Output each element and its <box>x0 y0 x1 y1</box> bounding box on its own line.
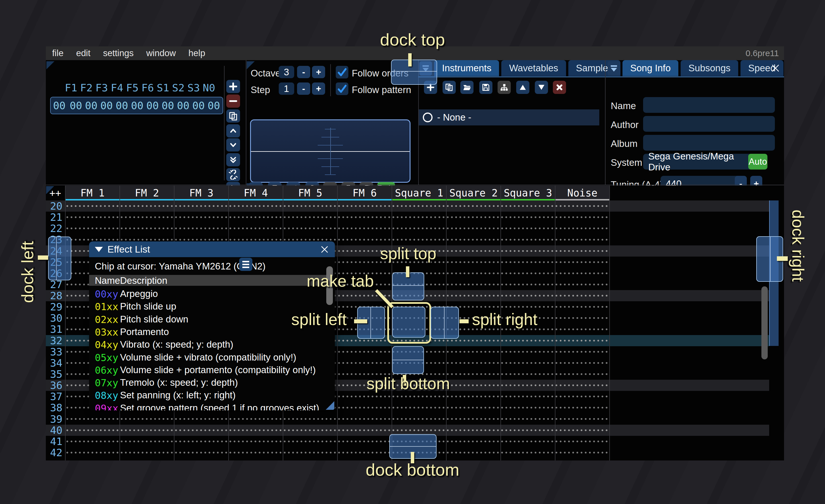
order-cell[interactable]: 00 <box>192 100 205 111</box>
effect-list-row[interactable]: 04xyVibrato (x: speed; y: depth) <box>89 338 335 350</box>
tab-subsongs[interactable]: Subsongs <box>681 60 738 76</box>
menu-edit[interactable]: edit <box>70 48 97 59</box>
hamburger-menu-button[interactable] <box>239 258 252 271</box>
close-icon <box>320 245 329 254</box>
row-number: 29 <box>46 301 63 313</box>
channel-header-square-2[interactable]: Square 2 <box>446 185 501 200</box>
album-field[interactable] <box>643 135 775 151</box>
order-deep-clone-icon[interactable] <box>226 168 240 181</box>
song-info-close-button[interactable] <box>769 60 782 76</box>
order-cell[interactable]: 00 <box>116 100 128 111</box>
order-add-button[interactable] <box>226 80 240 93</box>
order-cell[interactable]: 00 <box>131 100 143 111</box>
row-number: 28 <box>46 290 63 301</box>
order-cell[interactable]: 00 <box>100 100 112 111</box>
order-duplicate-button[interactable] <box>226 109 240 122</box>
menu-help[interactable]: help <box>182 48 212 59</box>
order-cell[interactable]: 00 <box>85 100 97 111</box>
order-move-down-button[interactable] <box>226 138 240 152</box>
row-number: 37 <box>46 391 63 402</box>
step-value[interactable]: 1 <box>279 82 294 95</box>
channel-header-square-3[interactable]: Square 3 <box>501 185 555 200</box>
song-info-panel: Song InfoSubsongsSpeed Name Author Album… <box>606 60 784 185</box>
pattern-row[interactable]: 22 <box>46 223 769 234</box>
menu-file[interactable]: file <box>46 48 70 59</box>
author-field[interactable] <box>643 116 775 132</box>
octave-value[interactable]: 3 <box>279 66 294 78</box>
dock-bottom-label: dock bottom <box>352 460 473 480</box>
system-field[interactable]: Sega Genesis/Mega Drive <box>643 154 755 170</box>
dock-left-target[interactable] <box>48 237 71 280</box>
split-right-tick <box>459 319 469 323</box>
add-channel-button[interactable]: ++ <box>46 185 65 200</box>
octave-plus-button[interactable]: + <box>312 66 325 78</box>
instrument-open-button[interactable] <box>460 81 473 94</box>
pattern-row[interactable]: 21 <box>46 212 769 223</box>
pattern-scrollbar-thumb[interactable] <box>761 286 768 359</box>
split-bottom-target[interactable] <box>392 346 424 374</box>
channel-header-fm-5[interactable]: FM 5 <box>283 185 338 200</box>
channel-divider <box>65 185 66 460</box>
effect-list-row[interactable]: 07xyTremolo (x: speed; y: depth) <box>89 376 335 389</box>
instrument-delete-button[interactable] <box>553 81 566 94</box>
tab-wavetables[interactable]: Wavetables <box>501 60 566 76</box>
channel-header-fm-3[interactable]: FM 3 <box>174 185 229 200</box>
effect-list-close-button[interactable] <box>318 241 331 257</box>
channel-header-noise[interactable]: Noise <box>555 185 610 200</box>
order-cell[interactable]: 00 <box>70 100 82 111</box>
follow-orders-checkbox[interactable] <box>336 66 348 78</box>
system-auto-button[interactable]: Auto <box>748 154 767 170</box>
effect-list-row[interactable]: 08xySet panning (x: left; y: right) <box>89 389 335 401</box>
pattern-row[interactable]: 20 <box>46 200 769 212</box>
effect-code: 00xy <box>95 288 118 300</box>
order-row-selected[interactable]: 0000000000000000000000 <box>50 97 223 114</box>
order-cell[interactable]: 00 <box>177 100 190 111</box>
row-number: 32 <box>46 335 63 346</box>
effect-list-row[interactable]: 06xyVolume slide + portamento (compatibi… <box>89 363 335 376</box>
effect-list-titlebar[interactable]: Effect List <box>89 241 335 257</box>
instrument-list-item[interactable]: - None - <box>419 109 599 125</box>
name-field[interactable] <box>643 97 775 113</box>
oscilloscope <box>250 119 410 183</box>
order-remove-button[interactable] <box>226 94 240 108</box>
instrument-save-button[interactable] <box>479 81 493 94</box>
pattern-row[interactable]: 39 <box>46 413 769 424</box>
order-duplicate-end-button[interactable] <box>226 153 240 166</box>
pattern-channel-header: ++ FM 1FM 2FM 3FM 4FM 5FM 6Square 1Squar… <box>46 185 784 200</box>
tab-list-popup-button[interactable] <box>608 61 620 76</box>
menu-settings[interactable]: settings <box>97 48 140 59</box>
order-cell[interactable]: 00 <box>208 100 220 111</box>
order-move-up-button[interactable] <box>226 124 240 138</box>
channel-header-fm-4[interactable]: FM 4 <box>229 185 283 200</box>
effect-list-row[interactable]: 09xxSet groove pattern (speed 1 if no gr… <box>89 402 335 410</box>
tab-instruments[interactable]: Instruments <box>434 60 499 76</box>
channel-header-square-1[interactable]: Square 1 <box>392 185 446 200</box>
effect-code: 01xx <box>95 301 118 313</box>
instrument-move-up-button[interactable] <box>516 81 529 94</box>
order-cell[interactable]: 00 <box>162 100 174 111</box>
tab-song-info[interactable]: Song Info <box>622 60 678 76</box>
instrument-duplicate-button[interactable] <box>443 81 456 94</box>
step-minus-button[interactable]: - <box>297 82 310 95</box>
collapse-icon[interactable] <box>95 247 103 252</box>
channel-header-fm-1[interactable]: FM 1 <box>65 185 120 200</box>
menu-window[interactable]: window <box>140 48 182 59</box>
order-cell[interactable]: 00 <box>146 100 159 111</box>
effect-code: 02xx <box>95 314 118 325</box>
order-channel-header: S1 <box>157 82 169 94</box>
triangle-up-icon <box>519 83 527 91</box>
instruments-panel: InstrumentsWavetablesSamples - None - <box>418 60 606 185</box>
instrument-tree-view-button[interactable] <box>498 81 511 94</box>
instrument-move-down-button[interactable] <box>535 81 548 94</box>
oscilloscope-tick <box>325 129 336 130</box>
follow-pattern-checkbox[interactable] <box>336 82 348 95</box>
step-plus-button[interactable]: + <box>312 82 325 95</box>
octave-minus-button[interactable]: - <box>297 66 310 78</box>
effect-list-row[interactable]: 05xyVolume slide + vibrato (compatibilit… <box>89 351 335 363</box>
split-right-target[interactable] <box>431 307 459 339</box>
channel-header-fm-6[interactable]: FM 6 <box>338 185 392 200</box>
resize-grip[interactable] <box>326 401 334 410</box>
channel-header-fm-2[interactable]: FM 2 <box>120 185 174 200</box>
step-label: Step <box>251 84 270 95</box>
dock-top-target[interactable] <box>391 60 437 85</box>
